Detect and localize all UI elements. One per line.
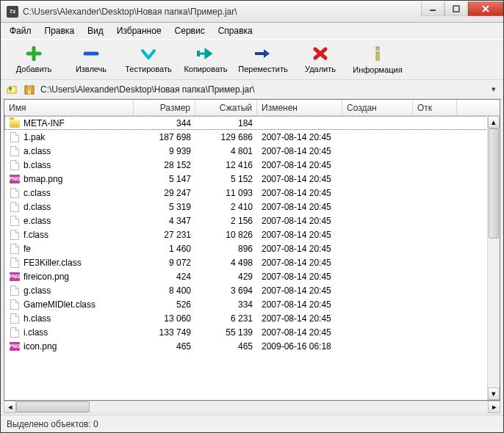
x-icon (312, 46, 328, 62)
menu-файл[interactable]: Файл (4, 23, 37, 38)
app-icon: 7z (7, 6, 18, 18)
table-row[interactable]: 1.pak187 698129 6862007-08-14 20:45 (4, 130, 500, 144)
maximize-button[interactable] (444, 1, 468, 16)
vertical-scrollbar[interactable]: ▴ ▾ (487, 116, 500, 400)
file-icon (10, 216, 19, 226)
horizontal-scrollbar[interactable]: ◂ ▸ (4, 401, 500, 413)
toolbar-minus-button[interactable]: Извлечь (62, 42, 120, 77)
toolbar-plus-button[interactable]: Добавить (5, 42, 62, 77)
file-icon (10, 132, 19, 142)
file-modified: 2007-08-14 20:45 (257, 327, 342, 338)
file-packed: 4 498 (195, 258, 257, 268)
toolbar-label: Удалить (305, 65, 336, 73)
table-row[interactable]: d.class5 3192 4102007-08-14 20:45 (4, 200, 500, 214)
file-icon (10, 160, 19, 170)
png-icon: PNG (10, 175, 20, 183)
table-row[interactable]: c.class29 24711 0932007-08-14 20:45 (4, 186, 500, 200)
table-row[interactable]: PNGicon.png4654652009-06-16 06:18 (4, 339, 500, 353)
table-row[interactable]: h.class13 0606 2312007-08-14 20:45 (4, 311, 500, 325)
toolbar-move-arrow-button[interactable]: Переместить (234, 42, 292, 77)
table-row[interactable]: a.class9 9394 8012007-08-14 20:45 (4, 144, 500, 158)
file-packed: 334 (195, 299, 257, 310)
column-header[interactable]: Отк (413, 100, 457, 115)
table-row[interactable]: b.class28 15212 4162007-08-14 20:45 (4, 158, 500, 172)
up-folder-icon[interactable] (5, 83, 18, 96)
hscroll-thumb[interactable] (16, 401, 90, 412)
file-modified: 2007-08-14 20:45 (257, 258, 342, 268)
table-row[interactable]: META-INF344184 (4, 116, 500, 130)
file-packed: 6 231 (195, 313, 257, 324)
toolbar-label: Переместить (238, 65, 287, 73)
file-packed: 11 093 (195, 188, 257, 198)
svg-rect-5 (376, 47, 379, 50)
check-icon (140, 46, 157, 62)
file-size: 344 (134, 118, 195, 128)
file-name: icon.png (24, 341, 57, 352)
file-icon (10, 258, 19, 268)
file-icon (10, 146, 19, 156)
path-dropdown-icon[interactable]: ▾ (489, 84, 499, 94)
file-icon (10, 299, 19, 310)
path-bar: C:\Users\Alexander\Desktop\Новая папка\П… (1, 80, 503, 99)
file-size: 133 749 (134, 327, 195, 338)
column-header[interactable]: Сжатый (195, 100, 257, 115)
path-text[interactable]: C:\Users\Alexander\Desktop\Новая папка\П… (40, 84, 484, 95)
toolbar-label: Копировать (184, 65, 227, 73)
file-packed: 4 801 (195, 146, 257, 156)
table-row[interactable]: PNGfireicon.png4244292007-08-14 20:45 (4, 269, 500, 283)
column-header[interactable]: Изменен (257, 100, 342, 115)
scroll-thumb[interactable] (489, 128, 499, 239)
titlebar[interactable]: 7z C:\Users\Alexander\Desktop\Новая папк… (1, 1, 503, 23)
file-modified: 2007-08-14 20:45 (257, 132, 342, 142)
file-icon (10, 188, 19, 198)
file-name: f.class (24, 230, 48, 240)
menu-правка[interactable]: Правка (39, 23, 81, 38)
toolbar-check-button[interactable]: Тестировать (120, 42, 177, 77)
table-row[interactable]: FE3Killer.class9 0724 4982007-08-14 20:4… (4, 255, 500, 269)
file-modified: 2007-08-14 20:45 (257, 146, 342, 156)
file-name: e.class (24, 216, 51, 226)
scroll-up-icon[interactable]: ▴ (488, 116, 500, 128)
table-row[interactable]: g.class8 4003 6942007-08-14 20:45 (4, 283, 500, 297)
scroll-down-icon[interactable]: ▾ (488, 387, 500, 400)
file-name: FE3Killer.class (24, 258, 82, 268)
menu-вид[interactable]: Вид (82, 23, 109, 38)
app-window: 7z C:\Users\Alexander\Desktop\Новая папк… (0, 0, 504, 433)
file-packed: 10 826 (195, 230, 257, 240)
file-name: d.class (24, 202, 51, 212)
table-row[interactable]: PNGbmap.png5 1475 1522007-08-14 20:45 (4, 172, 500, 186)
file-size: 1 460 (134, 244, 195, 254)
toolbar-info-button[interactable]: Информация (349, 42, 406, 77)
menu-избранное[interactable]: Избранное (111, 23, 168, 38)
file-name: META-INF (24, 118, 65, 128)
column-header[interactable]: Имя (4, 100, 134, 115)
file-packed: 465 (195, 341, 257, 352)
table-row[interactable]: e.class4 3472 1562007-08-14 20:45 (4, 214, 500, 228)
minimize-button[interactable] (421, 1, 444, 16)
file-name: fireicon.png (24, 272, 69, 282)
scroll-right-icon[interactable]: ▸ (488, 401, 500, 413)
column-header[interactable]: Создан (342, 100, 413, 115)
file-size: 465 (134, 341, 195, 352)
hscroll-track[interactable] (16, 401, 488, 413)
menu-справка[interactable]: Справка (212, 23, 259, 38)
svg-rect-1 (453, 6, 459, 12)
toolbar-label: Информация (353, 65, 402, 74)
toolbar-x-button[interactable]: Удалить (292, 42, 349, 77)
table-row[interactable]: fe1 4608962007-08-14 20:45 (4, 241, 500, 255)
file-modified: 2007-08-14 20:45 (257, 230, 342, 240)
table-row[interactable]: f.class27 23110 8262007-08-14 20:45 (4, 228, 500, 241)
column-header[interactable]: Размер (134, 100, 195, 115)
close-button[interactable] (468, 1, 503, 16)
menu-сервис[interactable]: Сервис (169, 23, 211, 38)
toolbar-copy-arrow-button[interactable]: Копировать (177, 42, 234, 77)
window-title: C:\Users\Alexander\Desktop\Новая папка\П… (23, 7, 421, 17)
file-name: bmap.png (24, 174, 62, 184)
file-name: 1.pak (24, 132, 45, 142)
file-icon (10, 313, 19, 324)
file-packed: 5 152 (195, 174, 257, 184)
table-row[interactable]: i.class133 74955 1392007-08-14 20:45 (4, 325, 500, 339)
scroll-left-icon[interactable]: ◂ (4, 401, 16, 413)
plus-icon (25, 46, 43, 62)
table-row[interactable]: GameMIDlet.class5263342007-08-14 20:45 (4, 297, 500, 311)
